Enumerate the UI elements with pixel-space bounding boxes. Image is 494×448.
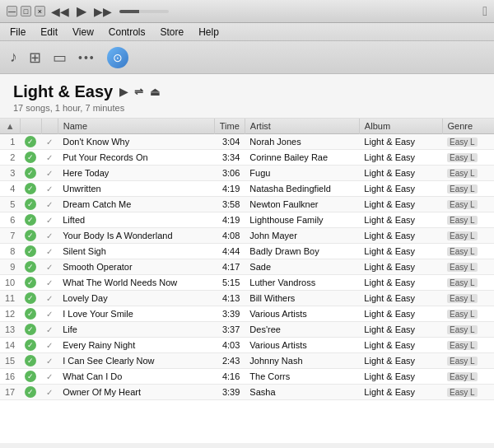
row-cloud[interactable]: ✓ (41, 322, 58, 338)
row-check[interactable]: ✓ (20, 150, 41, 166)
screen-icon[interactable]: ▭ (53, 49, 67, 67)
maximize-button[interactable]: □ (21, 6, 31, 16)
forward-button[interactable]: ▶▶ (95, 5, 111, 18)
row-num: 11 (0, 291, 20, 306)
row-artist: Fugu (245, 166, 359, 181)
row-album: Light & Easy (359, 181, 442, 197)
col-time[interactable]: Time (214, 119, 245, 134)
table-row[interactable]: 12 ✓ ✓ I Love Your Smile 3:39 Various Ar… (0, 306, 494, 322)
row-cloud[interactable]: ✓ (41, 197, 58, 212)
row-cloud[interactable]: ✓ (41, 181, 58, 197)
row-check[interactable]: ✓ (20, 212, 41, 228)
row-album: Light & Easy (359, 369, 442, 385)
play-button[interactable]: ▶ (73, 5, 90, 18)
row-genre: Easy L (442, 385, 494, 400)
row-cloud[interactable]: ✓ (41, 150, 58, 166)
playlist-eject-button[interactable]: ⏏ (150, 86, 160, 98)
row-check[interactable]: ✓ (20, 275, 41, 291)
row-cloud[interactable]: ✓ (41, 259, 58, 275)
table-row[interactable]: 16 ✓ ✓ What Can I Do 4:16 The Corrs Ligh… (0, 369, 494, 385)
radio-button[interactable]: ⊙ (107, 47, 128, 68)
row-check[interactable]: ✓ (20, 166, 41, 181)
row-artist: Badly Drawn Boy (245, 244, 359, 259)
table-row[interactable]: 14 ✓ ✓ Every Rainy Night 4:03 Various Ar… (0, 338, 494, 353)
music-icon[interactable]: ♪ (10, 49, 17, 66)
playlist-play-button[interactable]: ▶ (119, 86, 128, 98)
row-genre: Easy L (442, 228, 494, 244)
table-row[interactable]: 1 ✓ ✓ Don't Know Why 3:04 Norah Jones Li… (0, 134, 494, 150)
row-num: 8 (0, 244, 20, 259)
row-cloud[interactable]: ✓ (41, 275, 58, 291)
row-cloud[interactable]: ✓ (41, 353, 58, 369)
row-cloud[interactable]: ✓ (41, 228, 58, 244)
row-check[interactable]: ✓ (20, 353, 41, 369)
row-check[interactable]: ✓ (20, 306, 41, 322)
table-row[interactable]: 11 ✓ ✓ Lovely Day 4:13 Bill Withers Ligh… (0, 291, 494, 306)
row-cloud[interactable]: ✓ (41, 244, 58, 259)
row-check[interactable]: ✓ (20, 259, 41, 275)
more-button[interactable]: ••• (78, 51, 96, 64)
table-row[interactable]: 6 ✓ ✓ Lifted 4:19 Lighthouse Family Ligh… (0, 212, 494, 228)
col-name[interactable]: Name (58, 119, 214, 134)
table-row[interactable]: 15 ✓ ✓ I Can See Clearly Now 2:43 Johnny… (0, 353, 494, 369)
menu-bar: File Edit View Controls Store Help (0, 23, 494, 41)
row-check[interactable]: ✓ (20, 291, 41, 306)
menu-edit[interactable]: Edit (34, 25, 64, 40)
table-row[interactable]: 5 ✓ ✓ Dream Catch Me 3:58 Newton Faulkne… (0, 197, 494, 212)
row-cloud[interactable]: ✓ (41, 212, 58, 228)
table-row[interactable]: 7 ✓ ✓ Your Body Is A Wonderland 4:08 Joh… (0, 228, 494, 244)
table-row[interactable]: 8 ✓ ✓ Silent Sigh 4:44 Badly Drawn Boy L… (0, 244, 494, 259)
row-cloud[interactable]: ✓ (41, 166, 58, 181)
playlist-shuffle-button[interactable]: ⇌ (134, 86, 143, 98)
col-artist[interactable]: Artist (245, 119, 359, 134)
check-circle-icon: ✓ (25, 214, 36, 226)
table-row[interactable]: 10 ✓ ✓ What The World Needs Now 5:15 Lut… (0, 275, 494, 291)
row-cloud[interactable]: ✓ (41, 306, 58, 322)
table-row[interactable]: 13 ✓ ✓ Life 3:37 Des'ree Light & Easy Ea… (0, 322, 494, 338)
row-cloud[interactable]: ✓ (41, 134, 58, 150)
table-row[interactable]: 3 ✓ ✓ Here Today 3:06 Fugu Light & Easy … (0, 166, 494, 181)
row-check[interactable]: ✓ (20, 244, 41, 259)
row-cloud[interactable]: ✓ (41, 385, 58, 400)
col-genre[interactable]: Genre (442, 119, 494, 134)
col-album[interactable]: Album (359, 119, 442, 134)
check-circle-icon: ✓ (25, 152, 36, 163)
row-time: 4:44 (214, 244, 245, 259)
row-check[interactable]: ✓ (20, 338, 41, 353)
row-check[interactable]: ✓ (20, 369, 41, 385)
row-album: Light & Easy (359, 259, 442, 275)
row-cloud[interactable]: ✓ (41, 369, 58, 385)
row-check[interactable]: ✓ (20, 322, 41, 338)
row-name: What Can I Do (58, 369, 214, 385)
table-row[interactable]: 4 ✓ ✓ Unwritten 4:19 Natasha Bedingfield… (0, 181, 494, 197)
col-num[interactable]: ▲ (0, 119, 20, 134)
row-cloud[interactable]: ✓ (41, 291, 58, 306)
small-check-icon: ✓ (46, 388, 53, 397)
close-button[interactable]: × (35, 6, 45, 16)
minimize-button[interactable]: — (7, 6, 17, 16)
menu-help[interactable]: Help (192, 25, 226, 40)
table-row[interactable]: 17 ✓ ✓ Owner Of My Heart 3:39 Sasha Ligh… (0, 385, 494, 400)
volume-slider[interactable] (119, 10, 169, 13)
rewind-button[interactable]: ◀◀ (52, 5, 68, 18)
row-album: Light & Easy (359, 244, 442, 259)
row-check[interactable]: ✓ (20, 197, 41, 212)
row-cloud[interactable]: ✓ (41, 338, 58, 353)
row-time: 3:58 (214, 197, 245, 212)
row-check[interactable]: ✓ (20, 134, 41, 150)
row-artist: Bill Withers (245, 291, 359, 306)
row-check[interactable]: ✓ (20, 228, 41, 244)
menu-view[interactable]: View (66, 25, 100, 40)
row-time: 3:34 (214, 150, 245, 166)
menu-file[interactable]: File (3, 25, 32, 40)
menu-store[interactable]: Store (154, 25, 191, 40)
grid-icon[interactable]: ⊞ (29, 49, 41, 67)
small-check-icon: ✓ (46, 278, 53, 287)
row-check[interactable]: ✓ (20, 181, 41, 197)
row-name: I Love Your Smile (58, 306, 214, 322)
table-row[interactable]: 9 ✓ ✓ Smooth Operator 4:17 Sade Light & … (0, 259, 494, 275)
table-row[interactable]: 2 ✓ ✓ Put Your Records On 3:34 Corinne B… (0, 150, 494, 166)
row-check[interactable]: ✓ (20, 385, 41, 400)
menu-controls[interactable]: Controls (102, 25, 152, 40)
song-table-container[interactable]: ▲ Name Time Artist Album Genre 1 ✓ ✓ Don… (0, 119, 494, 443)
